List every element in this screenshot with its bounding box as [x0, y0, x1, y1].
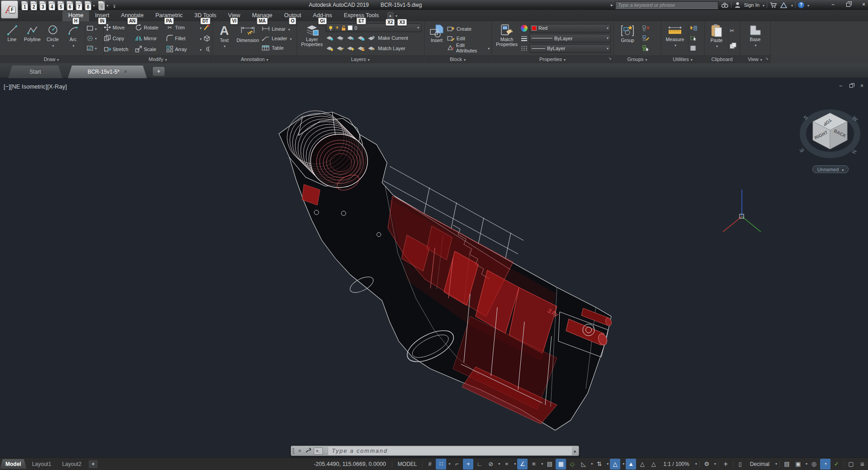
panel-expand-icon[interactable]	[265, 56, 268, 62]
panel-title-properties[interactable]: Properties↘	[492, 55, 613, 63]
fillet-flyout-icon[interactable]	[199, 35, 202, 42]
scale-icon[interactable]	[135, 45, 142, 53]
lineweight-combo[interactable]: ByLayer	[529, 34, 611, 42]
tab-output[interactable]: OutputO	[278, 10, 307, 21]
dynamic-ucs-toggle[interactable]: ◺	[578, 459, 589, 470]
qat-undo-button[interactable]: 7	[75, 0, 84, 10]
panel-launcher-icon[interactable]: ↘	[765, 56, 769, 61]
move-icon[interactable]	[104, 24, 111, 31]
qat-plot-button[interactable]: 6	[66, 0, 75, 10]
layer-edit-icon[interactable]	[336, 46, 344, 51]
array-flyout-icon[interactable]	[199, 46, 202, 52]
group-selection-button[interactable]	[642, 44, 650, 52]
circle-button[interactable]: Circle	[42, 23, 63, 54]
layout2-tab[interactable]: Layout2	[57, 459, 87, 469]
leader-button[interactable]: Leader	[262, 33, 292, 43]
ucs-icon[interactable]	[723, 190, 761, 232]
linetype-dropdown-icon[interactable]	[606, 47, 609, 51]
layer-unlock2-icon[interactable]	[357, 46, 365, 51]
object-snap-tracking-toggle[interactable]: ×	[501, 459, 512, 470]
table-button[interactable]: Table	[262, 43, 292, 52]
snap-flyout-icon[interactable]	[447, 462, 451, 466]
customization-menu-button[interactable]: ≡	[857, 459, 868, 470]
measure-button[interactable]: Measure	[663, 23, 687, 54]
panel-title-utilities[interactable]: Utilities	[661, 55, 704, 63]
selection-cycling-toggle[interactable]: ▦	[556, 459, 566, 470]
dimension-button[interactable]: Dimension	[234, 23, 262, 54]
annotation-visibility-toggle[interactable]: ▲	[626, 459, 636, 470]
group-edit-button[interactable]	[642, 34, 650, 42]
revision-cloud-button[interactable]	[86, 34, 97, 42]
tab-insert[interactable]: InsertIN	[89, 10, 115, 21]
layer-isolate-icon[interactable]	[336, 35, 344, 41]
ungroup-button[interactable]	[642, 24, 650, 33]
linear-button[interactable]: Linear	[262, 24, 292, 33]
match-layer-icon[interactable]	[368, 46, 375, 51]
color-dropdown-icon[interactable]	[606, 26, 609, 30]
qat-redo-button[interactable]: 8	[84, 0, 93, 10]
tab-3d-tools[interactable]: 3D ToolsDT	[189, 10, 222, 21]
isolate-objects-button[interactable]: ◎	[809, 459, 819, 470]
sign-in-dropdown-icon[interactable]	[762, 2, 764, 8]
mirror-icon[interactable]	[135, 34, 142, 42]
cloud-flyout-icon[interactable]	[94, 35, 97, 41]
layer-color-swatch[interactable]	[348, 25, 353, 30]
search-binoculars-icon[interactable]	[721, 1, 729, 9]
qat-save-button[interactable]: 3	[39, 0, 48, 10]
trim-button[interactable]: Trim	[175, 25, 198, 30]
layer-select-combo[interactable]: ☀ 0	[326, 24, 421, 32]
selection-filtering-flyout-icon[interactable]	[605, 462, 609, 466]
layout1-tab[interactable]: Layout1	[27, 459, 57, 469]
panel-expand-icon[interactable]	[56, 56, 59, 62]
paste-flyout-icon[interactable]	[715, 43, 718, 49]
panel-expand-icon[interactable]	[367, 56, 370, 62]
quick-calculator-button[interactable]	[690, 44, 697, 52]
fillet-button[interactable]: Fillet	[175, 36, 198, 41]
help-dropdown-icon[interactable]	[807, 2, 809, 8]
snap-mode-toggle[interactable]: ∷	[436, 459, 446, 470]
text-flyout-icon[interactable]	[223, 43, 226, 49]
new-drawing-tab-button[interactable]: +	[153, 67, 165, 76]
panel-expand-icon[interactable]	[645, 56, 647, 62]
a360-dropdown-icon[interactable]	[790, 2, 793, 8]
command-input[interactable]: Type a command	[328, 446, 572, 455]
new-layout-button[interactable]: +	[89, 460, 98, 468]
drawing-restore-icon[interactable]	[849, 84, 853, 88]
viewcube[interactable]: S W E N TOP RIGHT BACK	[798, 113, 859, 155]
dynamic-ucs-flyout-icon[interactable]	[589, 462, 594, 466]
rectangle-flyout-icon[interactable]	[94, 25, 97, 32]
tab-add-ins[interactable]: Add-insGi	[307, 10, 338, 21]
close-button[interactable]: ×	[862, 1, 865, 8]
panel-title-layers[interactable]: Layers	[297, 55, 424, 63]
sign-in-button[interactable]: Sign In	[744, 2, 760, 8]
lineweight-toggle[interactable]: ≡	[528, 459, 539, 470]
explode-icon[interactable]	[203, 34, 211, 42]
paste-button[interactable]: Paste	[707, 23, 726, 54]
panel-expand-icon[interactable]	[164, 56, 167, 62]
named-view-caret-icon[interactable]	[841, 167, 844, 172]
leader-flyout-icon[interactable]	[289, 36, 292, 41]
model-space-button[interactable]: MODEL	[394, 458, 421, 470]
otrack-flyout-icon[interactable]	[512, 462, 517, 466]
tab-annotate[interactable]: AnnotateAN	[115, 10, 150, 21]
annotation-scale-flyout-icon[interactable]	[693, 462, 698, 466]
qat-new-button[interactable]: 1	[21, 0, 30, 10]
command-bar-grip[interactable]	[291, 446, 296, 456]
array-icon[interactable]	[166, 45, 174, 53]
help-icon[interactable]: ?	[798, 2, 804, 8]
arc-button[interactable]: Arc	[63, 23, 83, 54]
hatch-flyout-icon[interactable]	[94, 45, 97, 51]
object-color-combo[interactable]: Red	[529, 24, 611, 33]
a360-icon[interactable]	[780, 1, 788, 9]
panel-expand-icon[interactable]	[760, 56, 762, 62]
recent-commands-caret-icon[interactable]	[324, 448, 326, 454]
drawing-area[interactable]: [−] [NE Isometric] [X-Ray] − ×	[0, 78, 868, 457]
file-tab-drawing[interactable]: BCR-15v1-5*×	[68, 66, 147, 78]
restore-button[interactable]	[846, 3, 850, 7]
command-close-icon[interactable]: ×	[296, 448, 304, 454]
array-button[interactable]: Array	[175, 47, 198, 52]
layer-off-icon[interactable]	[326, 35, 334, 41]
stretch-icon[interactable]	[104, 45, 111, 53]
cut-button[interactable]: ✂	[730, 27, 736, 35]
qat-customize-button[interactable]: ▾	[111, 0, 118, 9]
